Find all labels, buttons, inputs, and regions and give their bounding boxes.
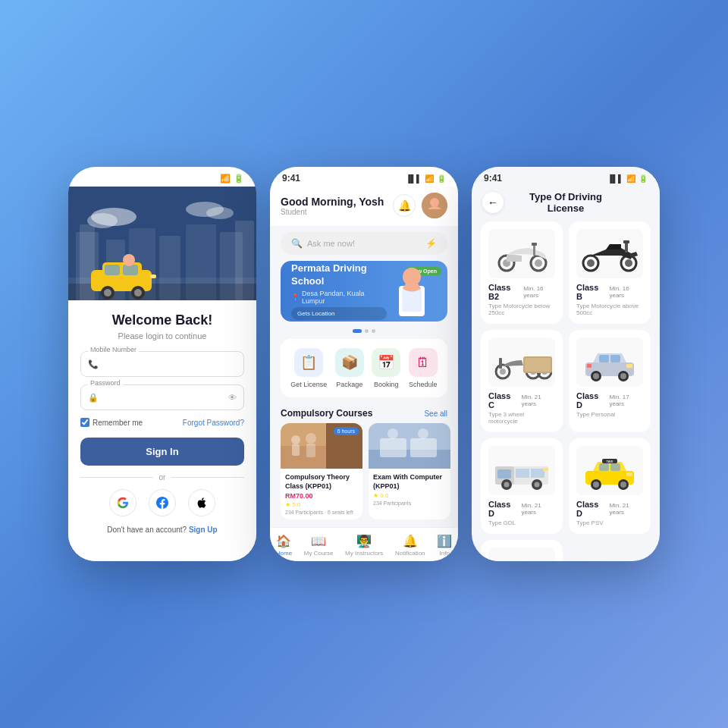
- greeting-block: Good Morning, Yosh Student: [281, 196, 384, 216]
- course-nav-label: My Course: [304, 550, 334, 557]
- svg-text:TAXI: TAXI: [607, 460, 613, 463]
- course-stars-1: ★ 5.0: [285, 501, 358, 508]
- license-name-row-b: Class B Min. 16 years: [576, 283, 643, 301]
- license-img-d-gdl: [488, 446, 555, 495]
- svg-rect-17: [105, 265, 120, 275]
- search-bar[interactable]: 🔍 Ask me now! ⚡: [281, 232, 447, 255]
- password-input[interactable]: [80, 384, 244, 410]
- package-icon: 📦: [335, 348, 364, 377]
- nav-instructors[interactable]: 👨‍🏫 My Instructors: [345, 534, 383, 557]
- nav-home[interactable]: 🏠 Home: [276, 534, 292, 557]
- page-title: Type Of Driving License: [511, 191, 620, 214]
- taxi-svg: TAXI: [579, 450, 640, 491]
- svg-point-20: [104, 289, 111, 297]
- license-desc-c: Type 3 wheel motorcycle: [488, 411, 555, 425]
- license-card-d-personal[interactable]: Class D Min. 17 years Type Personal: [569, 330, 651, 432]
- license-name-row-d-gdl: Class D Min. 21 years: [488, 500, 555, 518]
- package-label: Package: [336, 381, 362, 388]
- sign-in-button[interactable]: Sign In: [80, 438, 244, 466]
- svg-rect-80: [531, 469, 544, 478]
- nav-my-course[interactable]: 📖 My Course: [304, 534, 334, 557]
- license-min-d-psv: Min. 21 years: [609, 502, 643, 516]
- svg-rect-68: [599, 355, 609, 362]
- svg-rect-24: [150, 275, 156, 278]
- license-name-row-b2: Class B2 Min. 16 years: [488, 283, 555, 301]
- status-icons-2: ▐▌▌ 📶 🔋: [406, 174, 446, 183]
- get-license-button[interactable]: 📋 Get License: [290, 348, 327, 388]
- signup-link[interactable]: Sign Up: [189, 526, 218, 534]
- license-min-d: Min. 17 years: [609, 394, 643, 407]
- courses-section-header: Compulsory Courses See all: [270, 405, 458, 423]
- course-card-2[interactable]: Exam With Computer (KPP01) ★ 0.0 234 Par…: [369, 423, 450, 519]
- forgot-password-link[interactable]: Forgot Password?: [183, 419, 244, 427]
- notification-bell-button[interactable]: 🔔: [393, 194, 416, 217]
- course-card-1[interactable]: 6 hours Compulsory Theory Class (KPP01) …: [281, 423, 362, 519]
- license-desc-b2: Type Motorcycle below 250cc: [488, 303, 555, 316]
- remember-row: Remember me Forgot Password?: [80, 418, 244, 427]
- search-right-icon: ⚡: [425, 238, 437, 249]
- home-screen: 9:41 ▐▌▌ 📶 🔋 Good Morning, Yosh Student …: [270, 167, 458, 561]
- package-button[interactable]: 📦 Package: [335, 348, 364, 388]
- license-card-b[interactable]: Class B Min. 16 years Type Motorcycle ab…: [569, 221, 651, 324]
- nav-notification[interactable]: 🔔 Notification: [395, 534, 425, 557]
- get-location-button[interactable]: Gets Location: [291, 307, 387, 320]
- svg-point-36: [291, 435, 300, 444]
- see-all-link[interactable]: See all: [424, 410, 447, 418]
- back-button[interactable]: ←: [482, 192, 504, 213]
- facebook-login-button[interactable]: [149, 489, 176, 516]
- remember-checkbox[interactable]: [80, 418, 89, 427]
- license-min-b: Min. 16 years: [609, 285, 643, 299]
- license-card-e[interactable]: Class E Min. 21 years Type Truck: [481, 540, 563, 561]
- status-bar-3: 9:41 ▐▌▌ 📶 🔋: [472, 167, 660, 187]
- scooter-svg: [491, 233, 552, 275]
- schedule-button[interactable]: 🗓 Schedule: [409, 348, 438, 388]
- remember-check[interactable]: Remember me: [80, 418, 143, 427]
- nav-info[interactable]: ℹ️ Info: [437, 534, 452, 557]
- course-meta-2: 234 Participants: [373, 500, 446, 506]
- course-meta-1: 234 Participants · 6 seats left: [285, 510, 358, 515]
- info-nav-label: Info: [439, 550, 449, 557]
- greeting-name: Good Morning, Yosh: [281, 196, 384, 208]
- svg-rect-51: [532, 243, 537, 246]
- time-2: 9:41: [282, 173, 300, 184]
- apple-login-button[interactable]: [188, 489, 215, 516]
- license-card-d-psv[interactable]: TAXI Class D Min. 21 years Type PSV: [569, 438, 651, 534]
- svg-rect-69: [610, 355, 620, 362]
- svg-rect-42: [380, 438, 406, 457]
- wifi-icon-2: 📶: [425, 174, 434, 183]
- banner-location: 📍 Desa Pandan, Kuala Lumpur: [291, 290, 387, 305]
- dot-1: [353, 329, 362, 333]
- svg-point-49: [535, 259, 542, 267]
- course-price-1: RM70.00: [285, 492, 358, 500]
- mobile-input[interactable]: [80, 351, 244, 377]
- license-min-b2: Min. 16 years: [523, 285, 555, 299]
- wifi-icon: 📶: [220, 174, 231, 184]
- license-name-row-c: Class C Min. 21 years: [488, 391, 555, 410]
- license-img-c: [488, 337, 555, 387]
- license-card-d-gdl[interactable]: Class D Min. 21 years Type GDL: [481, 438, 563, 534]
- signal-icon: ▐▌▌: [199, 174, 217, 183]
- greeting-role: Student: [281, 208, 384, 216]
- google-icon: [117, 497, 129, 509]
- license-card-b2[interactable]: Class B2 Min. 16 years Type Motorcycle b…: [481, 221, 563, 324]
- svg-point-45: [418, 428, 428, 439]
- header-icons: 🔔: [393, 193, 447, 218]
- status-icons-3: ▐▌▌ 📶 🔋: [607, 174, 648, 183]
- svg-point-4: [206, 207, 234, 219]
- svg-point-55: [625, 259, 632, 267]
- course-name-2: Exam With Computer (KPP01): [373, 473, 446, 491]
- divider-line-right: [171, 477, 244, 478]
- user-avatar[interactable]: [422, 193, 447, 218]
- booking-button[interactable]: 📅 Booking: [372, 348, 400, 388]
- svg-rect-28: [427, 209, 442, 218]
- school-banner[interactable]: Permata Driving School 📍 Desa Pandan, Ku…: [281, 261, 447, 322]
- google-login-button[interactable]: [109, 489, 136, 516]
- license-desc-b: Type Motorcycle above 500cc: [576, 303, 643, 316]
- dot-2: [365, 329, 369, 333]
- eye-icon[interactable]: 👁: [228, 393, 237, 402]
- svg-point-44: [388, 428, 398, 439]
- license-card-c[interactable]: Class C Min. 21 years Type 3 wheel motor…: [481, 330, 563, 432]
- home-nav-label: Home: [276, 550, 292, 557]
- apple-icon: [196, 497, 208, 509]
- battery-icon-3: 🔋: [639, 174, 648, 183]
